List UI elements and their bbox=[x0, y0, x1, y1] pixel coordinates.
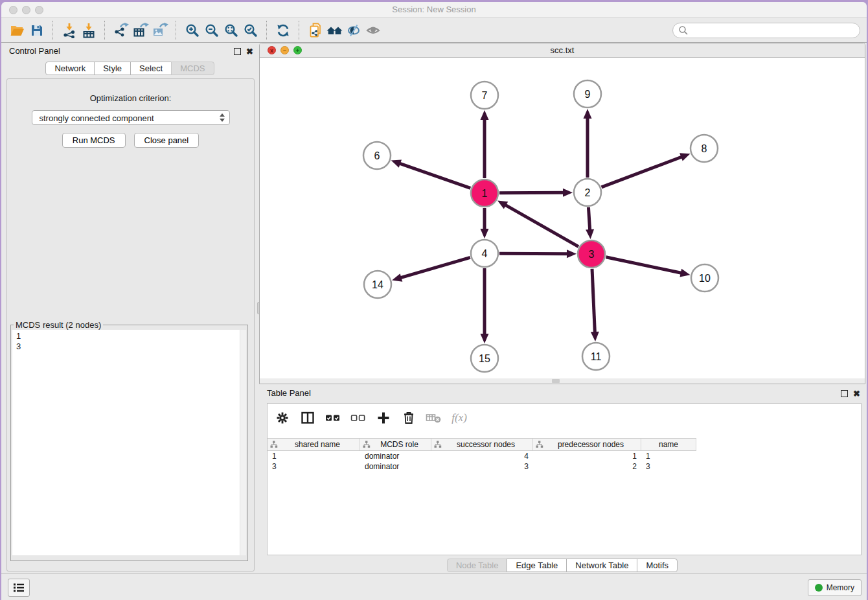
column-header-successor-nodes[interactable]: successor nodes bbox=[431, 439, 533, 450]
select-stepper-icon bbox=[220, 113, 225, 122]
tab-edge-table[interactable]: Edge Table bbox=[507, 559, 567, 572]
table-cell[interactable]: 3 bbox=[431, 461, 533, 472]
open-file-icon[interactable] bbox=[8, 21, 27, 40]
split-table-icon[interactable] bbox=[299, 410, 316, 426]
graph-edge-2-3[interactable] bbox=[588, 207, 589, 231]
mcds-result-text[interactable]: 1 3 bbox=[12, 330, 246, 555]
run-mcds-button[interactable]: Run MCDS bbox=[62, 133, 126, 148]
tab-network[interactable]: Network bbox=[45, 62, 95, 75]
tab-mcds[interactable]: MCDS bbox=[171, 62, 214, 75]
tab-node-table[interactable]: Node Table bbox=[447, 559, 508, 572]
export-image-icon[interactable] bbox=[150, 21, 170, 40]
zoom-out-icon[interactable] bbox=[202, 21, 222, 40]
table-cell[interactable]: 1 bbox=[641, 451, 696, 461]
table-settings-icon[interactable] bbox=[274, 410, 291, 426]
table-toolbar: f(x) bbox=[274, 409, 468, 427]
graph-edge-1-6[interactable] bbox=[399, 163, 470, 189]
table-panel-header: Table Panel ✖ bbox=[259, 385, 865, 402]
column-type-icon bbox=[363, 441, 371, 448]
column-header-name[interactable]: name bbox=[641, 439, 696, 450]
node-table-body: f(x) shared nameMCDS rolesuccessor nodes… bbox=[267, 403, 862, 555]
edge-arrowhead bbox=[391, 159, 402, 167]
graph-edge-1-2[interactable] bbox=[499, 192, 564, 193]
table-cell[interactable]: 1 bbox=[533, 451, 641, 461]
zoom-fit-icon[interactable] bbox=[222, 21, 241, 40]
column-header-shared-name[interactable]: shared name bbox=[268, 439, 360, 450]
close-panel-button[interactable]: Close panel bbox=[134, 133, 200, 148]
graph-node-label: 11 bbox=[591, 351, 602, 362]
zoom-in-icon[interactable] bbox=[183, 21, 202, 40]
column-header-MCDS-role[interactable]: MCDS role bbox=[360, 439, 431, 450]
graph-edge-4-3[interactable] bbox=[499, 253, 568, 254]
table-cell[interactable]: 3 bbox=[268, 461, 360, 472]
search-input[interactable] bbox=[689, 25, 854, 36]
column-header-predecessor-nodes[interactable]: predecessor nodes bbox=[533, 439, 641, 450]
select-all-icon[interactable] bbox=[325, 410, 341, 426]
tab-style[interactable]: Style bbox=[94, 62, 131, 75]
table-row: 1dominator411 bbox=[268, 451, 696, 461]
float-panel-icon[interactable] bbox=[234, 48, 241, 55]
home-icon[interactable] bbox=[325, 21, 345, 40]
table-cell[interactable]: 4 bbox=[431, 451, 533, 461]
tab-select[interactable]: Select bbox=[130, 62, 172, 75]
tab-motifs[interactable]: Motifs bbox=[637, 559, 678, 572]
network-table-splitter bbox=[260, 378, 865, 384]
table-cell[interactable]: 3 bbox=[641, 461, 696, 472]
graph-edge-4-14[interactable] bbox=[400, 257, 470, 278]
delete-table-icon[interactable] bbox=[426, 410, 442, 426]
control-panel: Control Panel ✖ NetworkStyleSelectMCDS O… bbox=[1, 43, 258, 574]
toolbar-separator bbox=[104, 21, 106, 40]
export-network-icon[interactable] bbox=[111, 21, 131, 40]
zoom-selected-icon[interactable] bbox=[241, 21, 260, 40]
import-network-icon[interactable] bbox=[60, 21, 79, 40]
network-window-titlebar: x − + scc.txt bbox=[260, 43, 865, 58]
result-scrollbar[interactable] bbox=[240, 330, 246, 555]
delete-columns-icon[interactable] bbox=[400, 410, 417, 426]
show-panels-icon[interactable] bbox=[364, 21, 383, 40]
graph-edge-3-1[interactable] bbox=[505, 205, 578, 247]
graph-edge-3-10[interactable] bbox=[606, 257, 682, 273]
search-field[interactable] bbox=[672, 23, 860, 38]
memory-button[interactable]: Memory bbox=[808, 579, 862, 596]
graph-edge-2-8[interactable] bbox=[602, 157, 683, 187]
refresh-layout-icon[interactable] bbox=[273, 21, 293, 40]
export-table-icon[interactable] bbox=[131, 21, 150, 40]
hide-panels-icon[interactable] bbox=[345, 21, 364, 40]
edge-arrowhead bbox=[481, 110, 489, 120]
mcds-panel: Optimization criterion: strongly connect… bbox=[6, 78, 255, 571]
table-header-row: shared nameMCDS rolesuccessor nodesprede… bbox=[268, 438, 696, 451]
add-column-icon[interactable] bbox=[375, 410, 392, 426]
close-panel-icon[interactable]: ✖ bbox=[246, 47, 253, 56]
edge-arrowhead bbox=[481, 334, 489, 343]
deselect-all-icon[interactable] bbox=[350, 410, 367, 426]
table-cell[interactable]: dominator bbox=[360, 451, 431, 461]
graph-node-label: 14 bbox=[372, 279, 383, 290]
optimization-criterion-value: strongly connected component bbox=[40, 113, 154, 123]
graph-edge-3-11[interactable] bbox=[592, 269, 595, 333]
tab-network-table[interactable]: Network Table bbox=[566, 559, 637, 572]
edge-arrowhead bbox=[481, 229, 489, 238]
table-cell[interactable]: 2 bbox=[533, 461, 641, 472]
graph-node-label: 7 bbox=[482, 90, 488, 101]
close-table-panel-icon[interactable]: ✖ bbox=[853, 389, 860, 398]
window-titlebar: Session: New Session bbox=[1, 2, 867, 18]
import-table-icon[interactable] bbox=[79, 21, 98, 40]
save-session-icon[interactable] bbox=[27, 21, 47, 40]
control-panel-header: Control Panel ✖ bbox=[1, 43, 258, 60]
control-panel-title: Control Panel bbox=[9, 43, 60, 60]
network-canvas[interactable]: 7968124314101511 bbox=[260, 58, 865, 380]
open-ndex-icon[interactable] bbox=[306, 21, 325, 40]
float-table-panel-icon[interactable] bbox=[841, 390, 848, 397]
list-icon bbox=[12, 582, 25, 594]
graph-node-label: 1 bbox=[482, 188, 488, 199]
table-cell[interactable]: 1 bbox=[268, 451, 360, 461]
edge-arrowhead bbox=[392, 273, 402, 281]
apply-function-icon[interactable]: f(x) bbox=[451, 410, 468, 426]
optimization-criterion-select[interactable]: strongly connected component bbox=[32, 110, 230, 125]
splitter-grip[interactable] bbox=[552, 379, 560, 383]
main-area: Control Panel ✖ NetworkStyleSelectMCDS O… bbox=[1, 43, 867, 574]
task-history-button[interactable] bbox=[8, 579, 30, 597]
table-row: 3dominator323 bbox=[268, 461, 696, 472]
graph-node-label: 8 bbox=[702, 143, 707, 154]
table-cell[interactable]: dominator bbox=[360, 461, 431, 472]
